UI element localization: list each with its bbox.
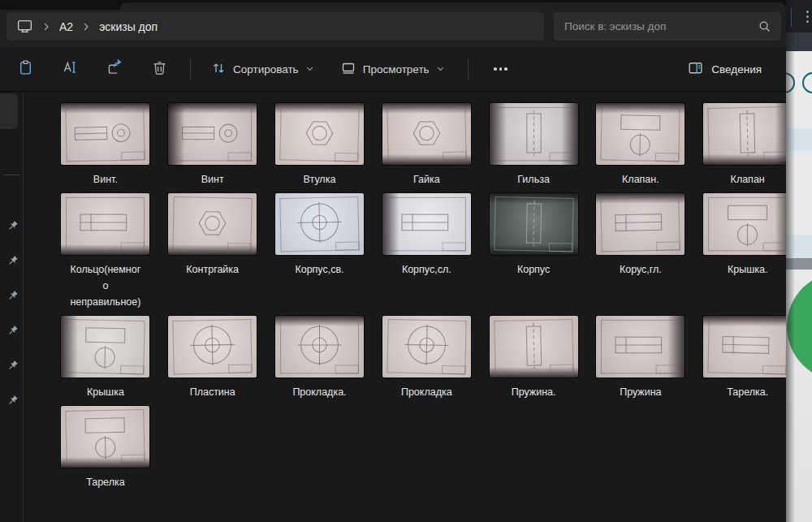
chevron-down-icon xyxy=(305,63,314,75)
file-thumbnail[interactable] xyxy=(382,103,471,165)
file-thumbnail[interactable] xyxy=(703,316,786,377)
file-thumbnail[interactable] xyxy=(275,193,364,255)
file-item[interactable]: Прокладка. xyxy=(266,312,373,402)
file-name: Пружина xyxy=(620,384,661,400)
tab-bar xyxy=(0,0,786,10)
share-button[interactable] xyxy=(98,54,131,84)
file-name: Корпус xyxy=(517,261,550,278)
toolbar-separator xyxy=(468,58,469,80)
file-thumbnail[interactable] xyxy=(61,406,149,468)
details-label: Сведения xyxy=(711,63,762,75)
file-thumbnail[interactable] xyxy=(61,193,149,255)
delete-icon xyxy=(151,59,168,80)
file-thumbnail[interactable] xyxy=(275,103,364,165)
file-thumbnail[interactable] xyxy=(490,103,578,165)
file-item[interactable]: Крышка. xyxy=(694,189,786,312)
command-toolbar: Сортировать Просмотреть xyxy=(0,47,786,92)
file-item[interactable]: Тарелка. xyxy=(694,312,786,402)
search-icon[interactable] xyxy=(758,19,771,33)
details-pane-button[interactable]: Сведения xyxy=(682,53,767,85)
file-item[interactable]: Втулка xyxy=(266,99,373,189)
file-name: Корпус,сл. xyxy=(402,261,451,278)
breadcrumb-item-folder[interactable]: эскизы доп xyxy=(99,20,158,33)
file-item[interactable]: Корпус,сл. xyxy=(374,189,480,312)
sort-label: Сортировать xyxy=(233,63,299,75)
file-item[interactable]: Гильза xyxy=(481,99,587,189)
file-item[interactable]: Прокладка xyxy=(374,312,480,402)
file-thumbnail[interactable] xyxy=(490,316,578,377)
search-box[interactable]: Поиск в: эскизы доп xyxy=(554,12,781,41)
file-item[interactable]: Корпус xyxy=(481,189,587,312)
file-item[interactable]: Винт xyxy=(159,99,266,189)
more-options-button[interactable] xyxy=(485,54,517,84)
file-item[interactable]: Тарелка xyxy=(52,402,158,492)
nav-rail-divider xyxy=(3,175,19,175)
more-options-icon xyxy=(494,67,497,71)
paste-icon xyxy=(17,59,34,80)
file-name: Пружина. xyxy=(512,384,556,400)
breadcrumb-item-a2[interactable]: A2 xyxy=(59,20,73,33)
file-thumbnail[interactable] xyxy=(490,193,578,255)
file-name: Контргайка xyxy=(186,261,239,278)
file-item[interactable]: Гайка xyxy=(374,99,480,189)
pin-icon[interactable] xyxy=(6,360,19,372)
pin-icon[interactable] xyxy=(6,325,19,337)
file-thumbnail[interactable] xyxy=(168,103,257,165)
file-name: Клапан. xyxy=(622,171,659,188)
file-name: Прокладка. xyxy=(292,384,346,400)
window-shadow xyxy=(786,0,812,522)
rename-button[interactable] xyxy=(54,54,86,84)
file-item[interactable]: Клапан. xyxy=(587,99,693,189)
explorer-tab[interactable] xyxy=(120,2,786,10)
file-name: Винт. xyxy=(93,171,118,188)
file-item[interactable]: Клапан xyxy=(694,99,786,189)
paste-button[interactable] xyxy=(9,54,41,84)
file-thumbnail[interactable] xyxy=(61,103,149,165)
this-pc-icon xyxy=(16,18,33,35)
file-thumbnail[interactable] xyxy=(382,193,471,255)
pin-icon[interactable] xyxy=(6,395,19,407)
file-item[interactable]: Пружина xyxy=(587,312,693,402)
rename-icon xyxy=(61,58,79,80)
file-item[interactable]: Корпус,св. xyxy=(266,189,373,312)
file-item[interactable]: Контргайка xyxy=(159,189,266,312)
file-thumbnail[interactable] xyxy=(61,316,149,377)
file-thumbnail[interactable] xyxy=(596,316,685,377)
pin-icon[interactable] xyxy=(6,220,19,232)
file-name: Крышка. xyxy=(728,261,767,278)
file-name: Тарелка. xyxy=(727,384,768,400)
file-thumbnail[interactable] xyxy=(596,193,685,255)
file-thumbnail[interactable] xyxy=(275,316,364,377)
delete-button[interactable] xyxy=(143,54,175,84)
file-name: Прокладка xyxy=(401,384,452,400)
breadcrumb[interactable]: A2 эскизы доп xyxy=(6,12,544,41)
file-thumbnail[interactable] xyxy=(168,316,257,377)
file-thumbnail[interactable] xyxy=(596,103,685,165)
file-name: Пластина xyxy=(190,384,235,400)
file-item[interactable]: Корус,гл. xyxy=(587,189,693,312)
file-thumbnail[interactable] xyxy=(382,316,471,377)
sort-dropdown[interactable]: Сортировать xyxy=(202,54,322,85)
file-thumbnail[interactable] xyxy=(703,193,786,255)
nav-rail xyxy=(0,93,24,522)
file-item[interactable]: Кольцо(немног о неправильное) xyxy=(52,189,158,312)
file-item[interactable]: Винт. xyxy=(52,99,158,189)
nav-rail-selected-item[interactable] xyxy=(0,93,18,129)
file-name: Крышка xyxy=(87,384,124,400)
file-name: Корус,гл. xyxy=(620,261,662,278)
chevron-down-icon xyxy=(436,63,445,75)
file-item[interactable]: Пружина. xyxy=(481,312,587,402)
file-item[interactable]: Крышка xyxy=(52,312,158,402)
file-grid: Винт. Винт Втулка Гайка xyxy=(24,93,786,522)
view-dropdown[interactable]: Просмотреть xyxy=(332,54,453,85)
pin-icon[interactable] xyxy=(6,255,19,267)
file-name: Гильза xyxy=(517,171,550,188)
file-name: Кольцо(немног о неправильное) xyxy=(70,261,140,310)
pin-icon[interactable] xyxy=(6,290,19,302)
explorer-body: Винт. Винт Втулка Гайка xyxy=(0,93,786,522)
file-name: Тарелка xyxy=(86,474,125,490)
file-thumbnail[interactable] xyxy=(168,193,257,255)
file-item[interactable]: Пластина xyxy=(159,312,266,402)
details-pane-icon xyxy=(687,59,704,79)
file-thumbnail[interactable] xyxy=(703,103,786,165)
